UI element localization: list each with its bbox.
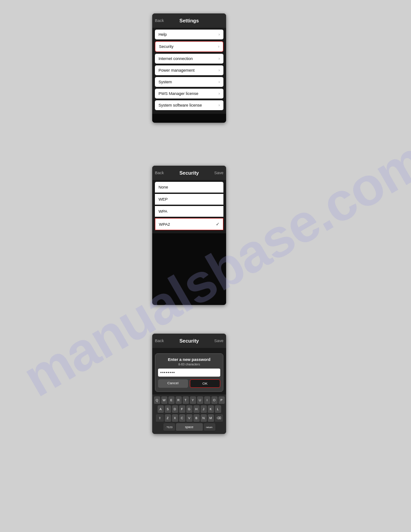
menu-item-internet-label: Internet connection <box>158 56 193 61</box>
keyboard-row-4: .?123 space return <box>154 423 225 431</box>
menu-item-pws-label: PWS Manager license <box>158 91 198 96</box>
menu-item-security[interactable]: Security › <box>155 41 223 52</box>
menu-item-internet-arrow: › <box>218 56 220 61</box>
menu-item-help[interactable]: Help › <box>155 30 223 39</box>
password-title: Security <box>180 338 199 343</box>
key-g[interactable]: G <box>186 405 193 413</box>
dialog-title: Enter a new password <box>158 357 220 362</box>
cancel-button[interactable]: Cancel <box>158 379 188 388</box>
security-title: Security <box>180 170 199 176</box>
key-n[interactable]: N <box>201 414 207 422</box>
dialog-buttons: Cancel OK <box>158 379 220 388</box>
settings-title: Settings <box>180 18 199 23</box>
menu-item-security-arrow: › <box>218 44 219 49</box>
option-wpa-label: WPA <box>158 209 167 214</box>
settings-bottom <box>152 114 226 123</box>
menu-item-system-label: System <box>158 80 172 84</box>
security-back-button[interactable]: Back <box>155 171 164 175</box>
numbers-key[interactable]: .?123 <box>163 423 175 431</box>
key-t[interactable]: T <box>183 396 189 404</box>
settings-back-button[interactable]: Back <box>155 18 164 23</box>
key-c[interactable]: C <box>179 414 185 422</box>
password-input[interactable]: •••••••• <box>158 369 220 377</box>
settings-menu-list: Help › Security › Internet connection › … <box>152 28 226 114</box>
menu-item-help-label: Help <box>158 32 167 37</box>
option-wep-label: WEP <box>158 197 168 202</box>
menu-item-internet[interactable]: Internet connection › <box>155 54 223 64</box>
return-key[interactable]: return <box>204 423 215 431</box>
key-z[interactable]: Z <box>165 414 171 422</box>
key-x[interactable]: X <box>172 414 178 422</box>
menu-item-system[interactable]: System › <box>155 77 223 87</box>
option-wpa2-label: WPA2 <box>159 222 170 227</box>
security-option-wpa[interactable]: WPA <box>155 206 223 217</box>
key-l[interactable]: L <box>215 405 221 413</box>
key-b[interactable]: B <box>193 414 200 422</box>
password-header: Back Security Save <box>152 334 226 348</box>
menu-item-software[interactable]: System software license › <box>155 100 223 110</box>
menu-item-power[interactable]: Power management › <box>155 65 223 75</box>
option-wpa2-checkmark: ✓ <box>216 222 219 227</box>
option-none-label: None <box>158 185 168 189</box>
key-v[interactable]: V <box>186 414 193 422</box>
menu-item-software-label: System software license <box>158 103 202 107</box>
menu-item-security-label: Security <box>159 44 174 49</box>
security-option-wep[interactable]: WEP <box>155 194 223 205</box>
password-screen: Back Security Save Enter a new password … <box>152 334 226 434</box>
key-u[interactable]: U <box>197 396 203 404</box>
key-o[interactable]: O <box>211 396 218 404</box>
security-options-list: None WEP WPA WPA2 ✓ <box>152 180 226 233</box>
keyboard-row-1: Q W E R T Y U I O P <box>154 396 225 404</box>
security-header: Back Security Save <box>152 166 226 180</box>
key-y[interactable]: Y <box>190 396 196 404</box>
key-d[interactable]: D <box>172 405 178 413</box>
security-black-area <box>152 233 226 305</box>
security-screen: Back Security Save None WEP WPA WPA2 ✓ <box>152 166 226 305</box>
key-e[interactable]: E <box>168 396 175 404</box>
settings-header: Back Settings <box>152 13 226 28</box>
menu-item-help-arrow: › <box>218 32 220 37</box>
menu-item-system-arrow: › <box>218 80 220 84</box>
key-j[interactable]: J <box>201 405 207 413</box>
menu-item-power-arrow: › <box>218 68 220 73</box>
key-r[interactable]: R <box>176 396 182 404</box>
space-key[interactable]: space <box>176 423 203 431</box>
security-option-wpa2[interactable]: WPA2 ✓ <box>155 218 223 230</box>
menu-item-software-arrow: › <box>218 103 220 107</box>
security-save-button[interactable]: Save <box>214 171 223 175</box>
password-dialog: Enter a new password 8-63 characters •••… <box>155 353 223 392</box>
key-p[interactable]: P <box>218 396 225 404</box>
shift-key[interactable]: ⇧ <box>156 414 164 422</box>
key-f[interactable]: F <box>179 405 185 413</box>
key-m[interactable]: M <box>208 414 214 422</box>
security-option-none[interactable]: None <box>155 182 223 193</box>
key-i[interactable]: I <box>204 396 210 404</box>
keyboard-row-3: ⇧ Z X C V B N M ⌫ <box>154 414 225 422</box>
dialog-subtitle: 8-63 characters <box>158 363 220 366</box>
key-a[interactable]: A <box>158 405 164 413</box>
delete-key[interactable]: ⌫ <box>215 414 223 422</box>
password-save-button[interactable]: Save <box>214 339 223 343</box>
settings-screen: Back Settings Help › Security › Internet… <box>152 13 226 123</box>
password-back-button[interactable]: Back <box>155 339 164 343</box>
key-s[interactable]: S <box>165 405 171 413</box>
menu-item-pws-arrow: › <box>218 91 220 96</box>
password-dots: •••••••• <box>160 370 175 375</box>
key-q[interactable]: Q <box>154 396 160 404</box>
key-h[interactable]: H <box>193 405 200 413</box>
menu-item-power-label: Power management <box>158 68 195 73</box>
keyboard-row-2: A S D F G H J K L <box>154 405 225 413</box>
key-w[interactable]: W <box>161 396 167 404</box>
ok-button[interactable]: OK <box>190 379 221 388</box>
keyboard: Q W E R T Y U I O P A S D F G H J K L ⇧ … <box>152 395 226 434</box>
key-k[interactable]: K <box>208 405 214 413</box>
menu-item-pws[interactable]: PWS Manager license › <box>155 89 223 99</box>
